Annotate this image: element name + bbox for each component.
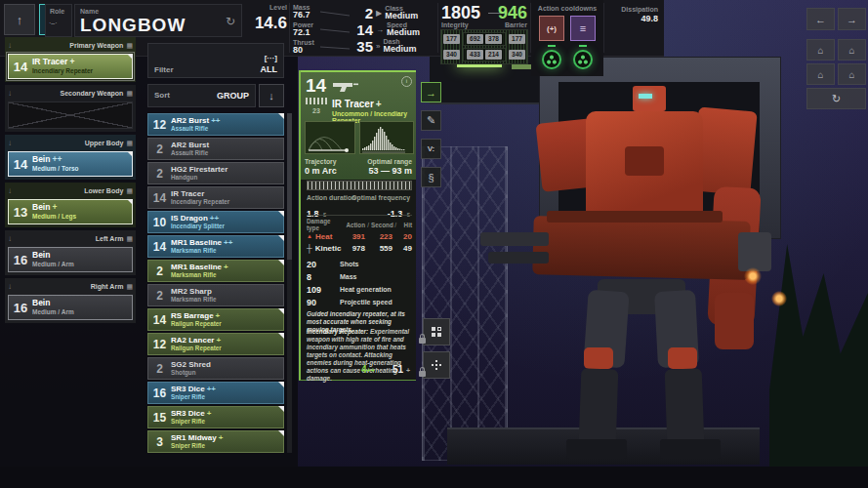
col-second: Second	[371, 222, 393, 228]
mech-head	[633, 86, 666, 111]
item-level: 14	[148, 240, 171, 254]
back-button[interactable]: ↑	[4, 4, 35, 35]
next-unit-button[interactable]: →	[838, 8, 866, 30]
hangar-icon: ⌂	[817, 69, 823, 80]
mech-gun-barrel-upper	[480, 232, 549, 246]
sort-direction-button[interactable]: ↓	[259, 84, 284, 107]
list-item[interactable]: 14 MR1 Baseline++ Marksman Rifle	[147, 235, 284, 258]
slot-header[interactable]: ↓ Primary Weapon ▦	[8, 39, 133, 52]
item-subtitle: Incendiary Repeater	[171, 198, 229, 205]
tab-livery[interactable]: V:	[421, 139, 441, 159]
armor-center-box: 433 214	[463, 48, 506, 61]
weapon-list: 12 AR2 Burst++ Assault Rifle 2 AR2 Burst…	[147, 113, 284, 453]
item-mod: +	[216, 311, 221, 320]
list-item[interactable]: 12 RA2 Lancer+ Railgun Repeater	[147, 333, 284, 355]
hangar-view-button-4[interactable]: ⌂	[838, 63, 866, 85]
slot-header[interactable]: ↓ Lower Body ▦	[8, 184, 133, 197]
edit-pencil-icon: ✎	[427, 114, 435, 127]
item-subtitle: Assault Rifle	[171, 125, 220, 132]
cooldown-slot-mobility[interactable]: ≡	[570, 16, 596, 41]
hangar-view-button-1[interactable]: ⌂	[806, 39, 835, 61]
hangar-view-button-2[interactable]: ⌂	[838, 39, 866, 61]
randomize-name-icon[interactable]: ↻	[226, 15, 235, 28]
item-name: IS Dragon	[171, 214, 208, 223]
equipped-primary-weapon[interactable]: 14 IR Tracer+ Incendiary Repeater	[8, 54, 133, 79]
slot-header[interactable]: ↓ Secondary Weapon ▦	[8, 87, 133, 100]
class-rating: Medium	[385, 12, 418, 20]
tab-customize[interactable]: ✎	[421, 110, 441, 131]
equipped-right-arm[interactable]: 16 Bein Medium / Arm	[8, 295, 133, 320]
empty-secondary-slot[interactable]	[8, 102, 133, 129]
grid-icon	[431, 326, 442, 338]
list-item[interactable]: 2 AR2 Burst Assault Rifle	[147, 138, 284, 160]
slot-header[interactable]: ↓ Upper Body ▦	[8, 137, 133, 149]
item-mod: +	[216, 336, 221, 345]
item-name: RS Barrage	[171, 311, 214, 320]
slot-header[interactable]: ↓ Right Arm ▦	[8, 280, 133, 293]
reset-camera-button[interactable]: ↻	[806, 88, 866, 109]
name-label: Name	[80, 8, 99, 15]
list-item[interactable]: 12 AR2 Burst++ Assault Rifle	[147, 113, 284, 136]
list-item[interactable]: 10 IS Dragon++ Incendiary Splitter	[147, 211, 284, 233]
stat-value: 90	[307, 298, 340, 307]
list-item[interactable]: 3 SR1 Midway+ Sniper Rifle	[147, 430, 284, 453]
slot-title: Primary Weapon	[69, 42, 123, 49]
item-mod: ++	[52, 154, 62, 164]
item-level: 14	[148, 313, 171, 327]
list-scrollbar[interactable]	[287, 113, 292, 453]
right-arrow-icon: →	[847, 14, 857, 25]
damage-action: 978	[344, 244, 365, 253]
collapse-arrow-icon: ↓	[8, 42, 12, 50]
cooldown-ready-tick	[548, 45, 556, 47]
list-item[interactable]: 2 MR1 Baseline+ Marksman Rifle	[147, 260, 284, 282]
item-name: SR1 Midway	[171, 433, 217, 442]
tab-equip[interactable]: →	[421, 82, 441, 102]
stat-label: Shots	[340, 261, 358, 267]
equipped-lower-body[interactable]: 13 Bein+ Medium / Legs	[8, 199, 133, 224]
slot-right-arm: ↓ Right Arm ▦ 16 Bein Medium / Arm	[5, 278, 136, 323]
detail-weapon-mod: +	[376, 99, 382, 109]
item-mod: ++	[224, 238, 232, 247]
name-section[interactable]: Name LONGBOW ↻	[74, 4, 242, 37]
cooldown-slot-offense[interactable]: (+)	[539, 16, 564, 41]
equipped-left-arm[interactable]: 16 Bein Medium / Arm	[8, 247, 133, 272]
sort-box[interactable]: Sort GROUP	[147, 84, 256, 107]
info-icon[interactable]: i	[401, 76, 412, 87]
list-item[interactable]: 2 SG2 Shred Shotgun	[147, 357, 284, 380]
filter-box[interactable]: Filter [···] ALL	[147, 43, 284, 78]
damage-table-header: Damage type Action / Second / Hit	[307, 219, 412, 230]
equipped-upper-body[interactable]: 14 Bein++ Medium / Torso	[8, 151, 133, 177]
hangar-view-button-3[interactable]: ⌂	[806, 63, 835, 85]
pattern-grid-button[interactable]	[423, 318, 450, 346]
mech-shin-left	[579, 368, 619, 445]
list-item[interactable]: 14 IR Tracer Incendiary Repeater	[147, 186, 284, 209]
credits-value: 51 +	[393, 364, 410, 375]
list-item[interactable]: 16 SR3 Dice++ Sniper Rifle	[147, 382, 284, 404]
resource-power: Power 72.1	[293, 21, 313, 38]
item-level: 3	[148, 435, 171, 449]
mech-gun-body	[532, 216, 750, 280]
scrollbar-thumb[interactable]	[287, 113, 292, 260]
cooldown-ready-tick	[579, 45, 587, 47]
item-subtitle: Shotgun	[171, 369, 211, 376]
item-name: Bein	[32, 250, 50, 260]
list-item[interactable]: 2 MR2 Sharp Marksman Rifle	[147, 284, 284, 306]
durability-bars	[306, 98, 327, 104]
list-item[interactable]: 15 SR3 Dice+ Sniper Rifle	[147, 406, 284, 428]
divider	[289, 3, 290, 53]
slot-header[interactable]: ↓ Left Arm ▦	[8, 232, 133, 245]
item-subtitle: Railgun Repeater	[171, 320, 222, 327]
list-item[interactable]: 14 RS Barrage+ Railgun Repeater	[147, 308, 284, 331]
range-label: Optimal range	[367, 159, 412, 166]
armor-distribution-grid: 177 692 378 177 340 433 214 340	[440, 29, 528, 64]
mech-forearm-right	[715, 293, 754, 349]
tab-systems[interactable]: §	[421, 167, 441, 187]
prev-unit-button[interactable]: ←	[806, 8, 835, 30]
role-section[interactable]: Role ·–·	[45, 4, 72, 37]
damage-row-kinetic: ┼Kinetic 978 559 49	[307, 242, 412, 254]
damage-hit: 49	[398, 244, 412, 253]
loadout-slots: ↓ Primary Weapon ▦ 14 IR Tracer+ Incendi…	[5, 37, 136, 323]
list-item[interactable]: 2 HG2 Firestarter Handgun	[147, 162, 284, 184]
filter-label: Filter	[154, 66, 174, 74]
crosshair-marker-button[interactable]	[423, 351, 450, 379]
